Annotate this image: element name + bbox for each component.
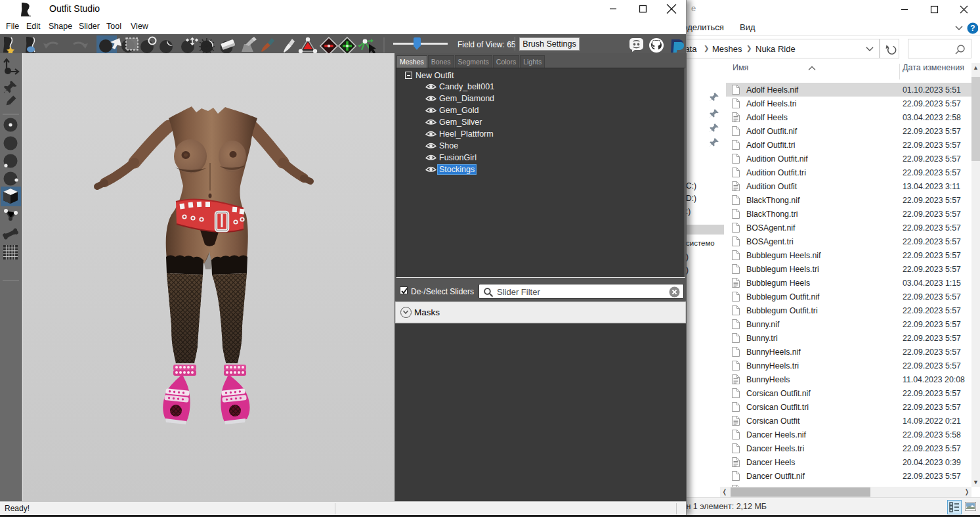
svg-text:?: ? bbox=[970, 24, 975, 33]
